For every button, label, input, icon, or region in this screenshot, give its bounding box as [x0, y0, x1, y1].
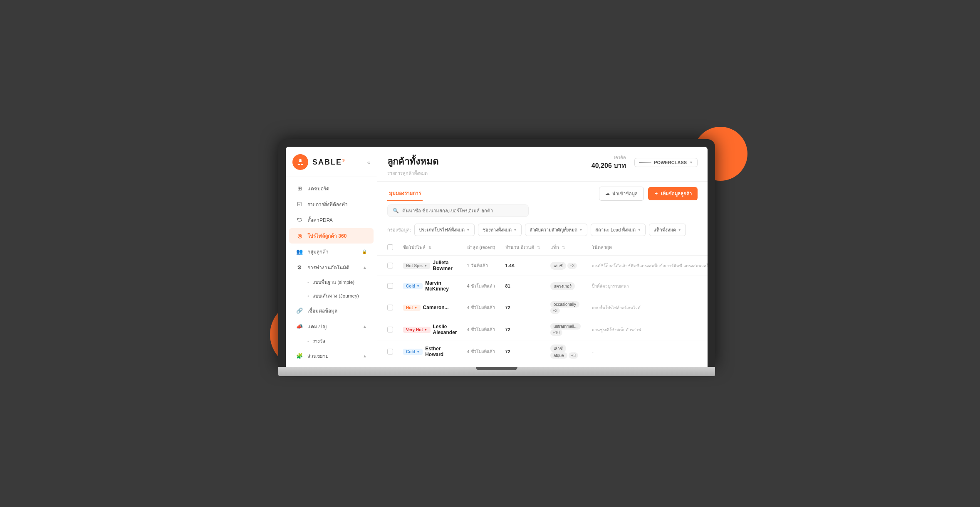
search-input[interactable]	[402, 208, 523, 213]
plus-icon: ＋	[654, 190, 658, 197]
customer-table-container: ชื่อโปรไฟล์ ⇅ ล่าสุด (recent) จำนวน อีเว…	[377, 239, 708, 367]
svg-point-4	[301, 160, 302, 161]
note-cell: ป็กดิ์สัตวบุกรวบเสนา	[587, 276, 708, 296]
laptop-screen-outer: SABLE® « ⊞ แดชบอร์ด ☑ รายการสิ่	[278, 139, 715, 367]
select-all-checkbox[interactable]	[387, 244, 393, 250]
col-checkbox	[377, 239, 398, 256]
plan-badge[interactable]: POWERCLASS ▼	[634, 158, 698, 167]
table-body: Not Spe. ▼ Julieta Bowmer 1 วันที่แล้ว1.…	[377, 256, 708, 367]
sidebar-item-dashboard[interactable]: ⊞ แดชบอร์ด	[289, 181, 374, 196]
filter-tag[interactable]: แท็กทั้งหมด ▼	[649, 224, 686, 236]
customer-table: ชื่อโปรไฟล์ ⇅ ล่าสุด (recent) จำนวน อีเว…	[377, 239, 708, 367]
sidebar-item-external[interactable]: เชื่อมต่อระบบภายนอก	[289, 364, 374, 367]
sort-icon[interactable]: ⇅	[562, 246, 565, 250]
row-checkbox[interactable]	[387, 263, 393, 268]
robot-icon: ⚙	[296, 264, 303, 271]
note-text: เกรด์ซีโค็กสโต๊คเอ้าซ์ฟิตซีแครงสมนึกข้อเ…	[592, 263, 708, 268]
row-checkbox[interactable]	[387, 283, 393, 289]
table-row: Cold ▼ Marvin McKinney 4 ชั่วโมงที่แล้ว8…	[377, 276, 708, 296]
tab-list-view[interactable]: มุมมองรายการ	[387, 186, 423, 201]
sidebar-item-profile360[interactable]: ◎ โปรไฟล์ลูกค้า 360	[289, 228, 374, 244]
chevron-up-icon: ▲	[363, 265, 367, 270]
note-text: ป็กดิ์สัตวบุกรวบเสนา	[592, 284, 629, 288]
sidebar-collapse-button[interactable]: «	[367, 159, 370, 165]
laptop-base	[278, 367, 715, 376]
filter-lead-label: สถานะ Lead ทั้งหมด	[595, 226, 636, 234]
col-note: โน้ตล่าสุด	[587, 239, 708, 256]
recent-date: 4 ชั่วโมงที่แล้ว	[462, 340, 500, 363]
sidebar-subitem-label: รางวัล	[312, 337, 325, 345]
temperature-badge[interactable]: Cold ▼	[403, 349, 423, 355]
sidebar-item-tasks[interactable]: ☑ รายการสิ่งที่ต้องทำ	[289, 197, 374, 212]
sort-icon[interactable]: ⇅	[537, 246, 540, 250]
tag-badge: แครงเกอร์	[550, 282, 575, 290]
tag-badge: occasionally	[550, 301, 579, 308]
recent-date: 4 ชั่วโมงที่แล้ว	[462, 363, 500, 367]
sidebar-item-journey[interactable]: แบบเส้นทาง (Journey)	[289, 289, 374, 303]
filter-profile-type[interactable]: ประเภทโปรไฟล์ทั้งหมด ▼	[414, 224, 475, 236]
tag-badge: untrammell...	[550, 323, 581, 330]
page-subtitle: รายการลูกค้าทั้งหมด	[387, 170, 438, 177]
sidebar-item-pdpa[interactable]: 🛡 ตั้งค่าPDPA	[289, 212, 374, 228]
recent-date: 4 ชั่วโมงที่แล้ว	[462, 276, 500, 296]
recent-date: 4 ชั่วโมงที่แล้ว	[462, 296, 500, 319]
sidebar-item-label: รายการสิ่งที่ต้องทำ	[307, 200, 348, 208]
col-tags: แท็ก ⇅	[545, 239, 587, 256]
filter-bar: กรองข้อมูล: ประเภทโปรไฟล์ทั้งหมด ▼ ช่องท…	[377, 219, 708, 239]
customer-name: Cameron...	[423, 305, 449, 310]
row-checkbox[interactable]	[387, 305, 393, 310]
sidebar-item-customer-groups[interactable]: 👥 กลุ่มลูกค้า 🔒	[289, 244, 374, 259]
sidebar-item-automation[interactable]: ⚙ การทำงานอัตโนมัติ ▲	[289, 260, 374, 275]
laptop-notch	[476, 367, 517, 370]
search-icon: 🔍	[393, 208, 399, 214]
note-cell: แบบชั้นโปรไฟล์ออร์เกนไวด์	[587, 296, 708, 319]
sidebar-item-broadcast[interactable]: 🧩 ส่วนขยาย ▲	[289, 348, 374, 364]
temperature-badge[interactable]: Cold ▼	[403, 283, 423, 289]
table-row: Hot ▼ Cameron... 4 ชั่วโมงที่แล้ว72occas…	[377, 296, 708, 319]
chevron-up-icon: ▲	[363, 354, 367, 358]
temperature-badge[interactable]: Not Spe. ▼	[403, 263, 430, 269]
temperature-badge[interactable]: Hot ▼	[403, 305, 421, 311]
filter-channel[interactable]: ช่องทางทั้งหมด ▼	[478, 224, 522, 236]
sidebar-item-simple[interactable]: แบบพื้นฐาน (simple)	[289, 276, 374, 289]
page-title: ลูกค้าทั้งหมด	[387, 154, 438, 169]
recent-date: 1 วันที่แล้ว	[462, 256, 500, 276]
credit-info: เครดิต 40,206 บาท	[591, 154, 626, 171]
sidebar-subitem-label: แบบพื้นฐาน (simple)	[312, 278, 354, 286]
import-button[interactable]: ☁ นำเข้าข้อมูล	[599, 187, 644, 201]
note-text: -	[592, 349, 593, 354]
tag-badge: atque	[550, 352, 567, 359]
sidebar-subitem-label: แบบเส้นทาง (Journey)	[312, 292, 359, 300]
main-toolbar: มุมมองรายการ ☁ นำเข้าข้อมูล ＋ เพิ่มข้อมู…	[377, 182, 708, 201]
tag-cell: occasionally+3	[545, 296, 587, 319]
chevron-down-icon: ▼	[579, 228, 583, 232]
svg-point-0	[299, 159, 302, 162]
extra-tags: +3	[567, 263, 577, 269]
users-icon: 👥	[296, 248, 303, 256]
col-events: จำนวน อีเวนต์ ⇅	[500, 239, 545, 256]
sort-icon[interactable]: ⇅	[428, 246, 432, 250]
filter-lead-status[interactable]: สถานะ Lead ทั้งหมด ▼	[591, 224, 646, 236]
tab-bar: มุมมองรายการ	[387, 186, 423, 201]
puzzle-icon: 🧩	[296, 352, 303, 360]
sidebar-item-label: เชื่อมต่อข้อมูล	[307, 307, 337, 315]
temperature-badge[interactable]: Very Hot ▼	[403, 327, 431, 333]
grid-icon: ⊞	[296, 185, 303, 192]
sidebar-item-label: โปรไฟล์ลูกค้า 360	[307, 232, 346, 240]
customer-name: Julieta Bowmer	[433, 260, 457, 271]
sidebar-item-campaign[interactable]: 📣 แคมเปญ ▲	[289, 319, 374, 334]
svg-point-1	[298, 164, 300, 165]
tag-cell: dolorNam+3	[545, 363, 587, 367]
row-checkbox[interactable]	[387, 349, 393, 354]
main-header: ลูกค้าทั้งหมด รายการลูกค้าทั้งหมด เครดิต…	[377, 147, 708, 182]
sidebar-item-label: แดชบอร์ด	[307, 185, 329, 192]
sidebar-item-connect[interactable]: 🔗 เชื่อมต่อข้อมูล	[289, 303, 374, 318]
search-bar: 🔍	[377, 201, 708, 219]
svg-point-2	[301, 164, 303, 165]
sidebar-item-rewards[interactable]: รางวัล	[289, 335, 374, 348]
row-checkbox[interactable]	[387, 327, 393, 332]
extra-tags: +3	[550, 308, 560, 314]
tag-cell: แครงเกอร์	[545, 276, 587, 296]
add-customer-button[interactable]: ＋ เพิ่มข้อมูลลูกค้า	[648, 187, 698, 200]
filter-score[interactable]: ลำดับความสำคัญทั้งหมด ▼	[525, 224, 587, 236]
